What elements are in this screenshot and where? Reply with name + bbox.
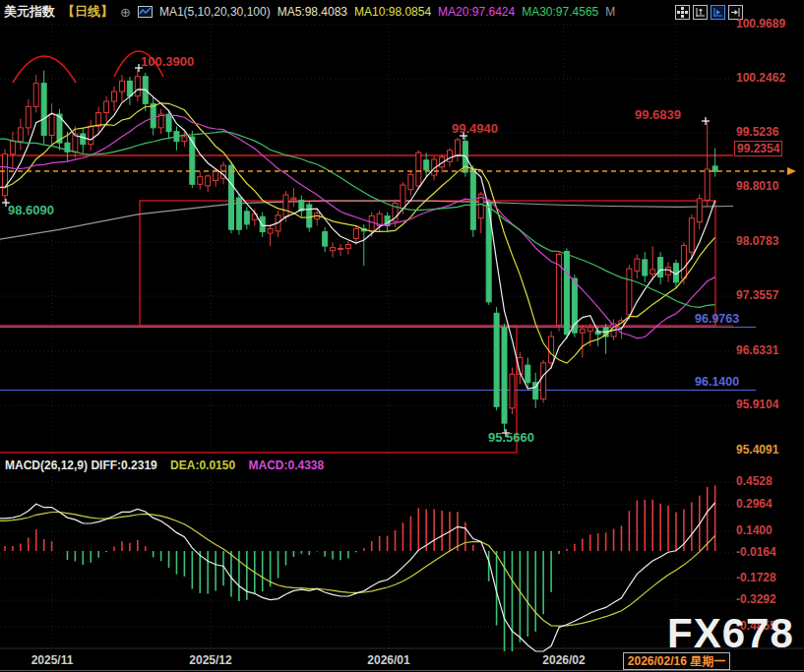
price-tick-label: 96.6331 — [736, 343, 778, 357]
extreme-price-label: 99.6839 — [635, 107, 681, 122]
date-tick-label: 2026/01 — [367, 653, 409, 667]
macd-tick-label: 0.4528 — [736, 474, 773, 488]
chart-window: 美元指数 【日线】 ⊕ MA1(5,10,20,30,100) MA5:98.4… — [0, 0, 804, 672]
macd-dea-value: DEA:0.0150 — [170, 458, 235, 472]
price-tick-label: 100.2462 — [736, 71, 785, 85]
macd-diff-value: DIFF:0.2319 — [91, 458, 156, 472]
macd-tick-label: 0.2964 — [736, 497, 773, 511]
macd-tick-label: -0.1728 — [736, 571, 776, 584]
macd-hist-value: MACD:0.4338 — [248, 458, 324, 472]
macd-tick-label: -0.0164 — [736, 545, 776, 559]
range-low-label: 95.4091 — [736, 443, 778, 457]
date-tick-label: 2026/02 — [542, 653, 585, 667]
date-tick-label: 2025/12 — [189, 653, 231, 667]
support-level-label: 96.1400 — [695, 375, 739, 389]
macd-tick-label: -0.3292 — [736, 592, 776, 606]
macd-header: MACD(26,12,9) DIFF:0.2319 DEA:0.0150 MAC… — [5, 458, 324, 472]
price-tick-label: 98.8010 — [736, 179, 778, 193]
extreme-price-label: 99.4940 — [452, 121, 498, 136]
price-tick-label: 98.0783 — [736, 234, 778, 248]
support-level-label: 96.9763 — [695, 312, 739, 326]
macd-tick-label: 0.1400 — [736, 523, 773, 537]
window-bottom-edge — [0, 670, 804, 671]
price-tick-label: 95.9104 — [736, 397, 778, 411]
price-tick-label: 100.9689 — [736, 17, 785, 31]
price-tick-label: 99.5236 — [736, 125, 778, 139]
extreme-price-label: 100.3900 — [141, 54, 194, 69]
date-tick-label: 2025/11 — [31, 653, 74, 667]
level-price-label: 99.2354 — [734, 141, 782, 156]
price-chart-canvas[interactable] — [0, 0, 804, 672]
price-tick-label: 97.3557 — [736, 288, 778, 302]
extreme-price-label: 95.5660 — [488, 430, 534, 445]
watermark-logo: FX678 — [667, 610, 794, 657]
macd-settings[interactable]: MACD(26,12,9) — [5, 458, 88, 472]
extreme-price-label: 98.6090 — [8, 203, 54, 217]
